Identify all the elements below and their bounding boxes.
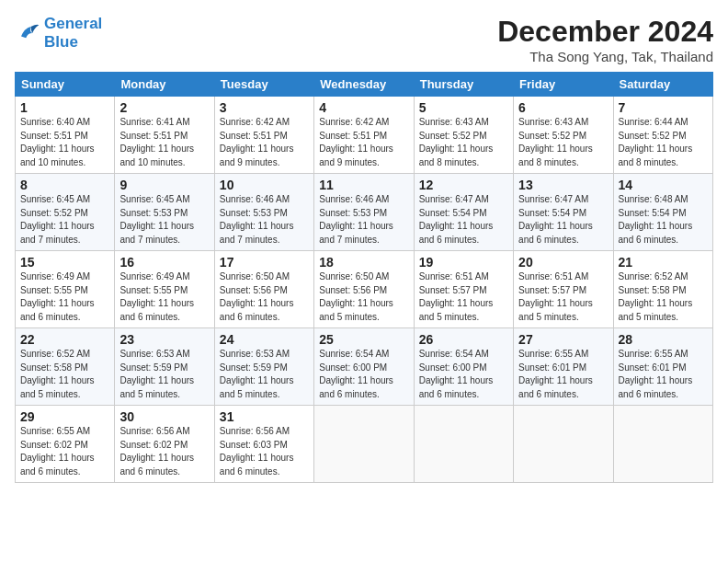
day-info: Sunrise: 6:48 AMSunset: 5:54 PMDaylight:…: [619, 193, 708, 247]
day-number: 2: [119, 100, 209, 115]
day-info: Sunrise: 6:44 AMSunset: 5:52 PMDaylight:…: [619, 116, 708, 169]
col-monday: Monday: [115, 73, 214, 97]
day-number: 20: [518, 255, 608, 270]
table-row: 26Sunrise: 6:54 AMSunset: 6:00 PMDayligh…: [414, 328, 513, 406]
table-row: 14Sunrise: 6:48 AMSunset: 5:54 PMDayligh…: [613, 174, 712, 251]
table-row: 4Sunrise: 6:42 AMSunset: 5:51 PMDaylight…: [314, 97, 414, 174]
day-number: 8: [20, 178, 109, 192]
day-number: 7: [619, 100, 708, 115]
day-number: 15: [20, 255, 109, 270]
logo-icon: [15, 20, 40, 46]
day-info: Sunrise: 6:51 AMSunset: 5:57 PMDaylight:…: [518, 270, 608, 324]
day-number: 3: [220, 100, 309, 115]
day-number: 29: [20, 409, 109, 424]
day-number: 31: [220, 409, 309, 424]
day-info: Sunrise: 6:52 AMSunset: 5:58 PMDaylight:…: [20, 348, 109, 401]
table-row: 29Sunrise: 6:55 AMSunset: 6:02 PMDayligh…: [16, 406, 115, 483]
day-info: Sunrise: 6:55 AMSunset: 6:02 PMDaylight:…: [20, 425, 109, 478]
day-number: 22: [20, 332, 109, 347]
day-number: 16: [119, 255, 209, 270]
day-info: Sunrise: 6:43 AMSunset: 5:52 PMDaylight:…: [419, 116, 508, 169]
day-info: Sunrise: 6:52 AMSunset: 5:58 PMDaylight:…: [619, 270, 708, 324]
day-number: 17: [220, 255, 309, 270]
calendar-week-row: 15Sunrise: 6:49 AMSunset: 5:55 PMDayligh…: [16, 251, 713, 328]
day-number: 26: [419, 332, 508, 347]
day-info: Sunrise: 6:54 AMSunset: 6:00 PMDaylight:…: [419, 348, 508, 401]
day-info: Sunrise: 6:56 AMSunset: 6:02 PMDaylight:…: [119, 425, 209, 478]
day-number: 6: [518, 100, 608, 115]
day-info: Sunrise: 6:45 AMSunset: 5:52 PMDaylight:…: [20, 193, 109, 247]
table-row: 31Sunrise: 6:56 AMSunset: 6:03 PMDayligh…: [214, 406, 313, 483]
calendar-week-row: 29Sunrise: 6:55 AMSunset: 6:02 PMDayligh…: [16, 406, 713, 483]
day-info: Sunrise: 6:50 AMSunset: 5:56 PMDaylight:…: [319, 270, 408, 324]
table-row: [613, 406, 712, 483]
day-info: Sunrise: 6:56 AMSunset: 6:03 PMDaylight:…: [220, 425, 309, 478]
day-info: Sunrise: 6:49 AMSunset: 5:55 PMDaylight:…: [20, 270, 109, 324]
day-number: 5: [419, 100, 508, 115]
page-header: General Blue December 2024 Tha Song Yang…: [15, 15, 713, 64]
logo-text: General Blue: [44, 15, 102, 51]
table-row: 11Sunrise: 6:46 AMSunset: 5:53 PMDayligh…: [314, 174, 414, 251]
day-info: Sunrise: 6:46 AMSunset: 5:53 PMDaylight:…: [319, 193, 408, 247]
day-number: 13: [518, 178, 608, 192]
day-number: 24: [220, 332, 309, 347]
table-row: 23Sunrise: 6:53 AMSunset: 5:59 PMDayligh…: [115, 328, 214, 406]
day-info: Sunrise: 6:51 AMSunset: 5:57 PMDaylight:…: [419, 270, 508, 324]
day-info: Sunrise: 6:47 AMSunset: 5:54 PMDaylight:…: [518, 193, 608, 247]
table-row: 21Sunrise: 6:52 AMSunset: 5:58 PMDayligh…: [613, 251, 712, 328]
table-row: 8Sunrise: 6:45 AMSunset: 5:52 PMDaylight…: [16, 174, 115, 251]
location-title: Tha Song Yang, Tak, Thailand: [497, 49, 713, 64]
day-number: 28: [619, 332, 708, 347]
day-number: 21: [619, 255, 708, 270]
day-number: 19: [419, 255, 508, 270]
day-number: 14: [619, 178, 708, 192]
day-info: Sunrise: 6:47 AMSunset: 5:54 PMDaylight:…: [419, 193, 508, 247]
col-saturday: Saturday: [613, 73, 712, 97]
day-info: Sunrise: 6:46 AMSunset: 5:53 PMDaylight:…: [220, 193, 309, 247]
table-row: 28Sunrise: 6:55 AMSunset: 6:01 PMDayligh…: [613, 328, 712, 406]
day-number: 18: [319, 255, 408, 270]
day-info: Sunrise: 6:49 AMSunset: 5:55 PMDaylight:…: [119, 270, 209, 324]
day-number: 27: [518, 332, 608, 347]
table-row: 6Sunrise: 6:43 AMSunset: 5:52 PMDaylight…: [514, 97, 613, 174]
day-number: 30: [119, 409, 209, 424]
table-row: 7Sunrise: 6:44 AMSunset: 5:52 PMDaylight…: [613, 97, 712, 174]
day-info: Sunrise: 6:50 AMSunset: 5:56 PMDaylight:…: [220, 270, 309, 324]
col-friday: Friday: [514, 73, 613, 97]
table-row: 5Sunrise: 6:43 AMSunset: 5:52 PMDaylight…: [414, 97, 513, 174]
table-row: 27Sunrise: 6:55 AMSunset: 6:01 PMDayligh…: [514, 328, 613, 406]
day-number: 12: [419, 178, 508, 192]
table-row: 22Sunrise: 6:52 AMSunset: 5:58 PMDayligh…: [16, 328, 115, 406]
table-row: 2Sunrise: 6:41 AMSunset: 5:51 PMDaylight…: [115, 97, 214, 174]
table-row: 1Sunrise: 6:40 AMSunset: 5:51 PMDaylight…: [16, 97, 115, 174]
table-row: 15Sunrise: 6:49 AMSunset: 5:55 PMDayligh…: [16, 251, 115, 328]
title-block: December 2024 Tha Song Yang, Tak, Thaila…: [497, 15, 713, 64]
day-number: 4: [319, 100, 408, 115]
day-number: 23: [119, 332, 209, 347]
calendar-header-row: Sunday Monday Tuesday Wednesday Thursday…: [16, 73, 713, 97]
table-row: 16Sunrise: 6:49 AMSunset: 5:55 PMDayligh…: [115, 251, 214, 328]
day-info: Sunrise: 6:40 AMSunset: 5:51 PMDaylight:…: [20, 116, 109, 169]
table-row: [514, 406, 613, 483]
table-row: 12Sunrise: 6:47 AMSunset: 5:54 PMDayligh…: [414, 174, 513, 251]
table-row: 30Sunrise: 6:56 AMSunset: 6:02 PMDayligh…: [115, 406, 214, 483]
day-number: 10: [220, 178, 309, 192]
col-thursday: Thursday: [414, 73, 513, 97]
table-row: 13Sunrise: 6:47 AMSunset: 5:54 PMDayligh…: [514, 174, 613, 251]
table-row: 10Sunrise: 6:46 AMSunset: 5:53 PMDayligh…: [214, 174, 313, 251]
table-row: 9Sunrise: 6:45 AMSunset: 5:53 PMDaylight…: [115, 174, 214, 251]
day-info: Sunrise: 6:53 AMSunset: 5:59 PMDaylight:…: [220, 348, 309, 401]
table-row: [314, 406, 414, 483]
day-info: Sunrise: 6:55 AMSunset: 6:01 PMDaylight:…: [619, 348, 708, 401]
day-info: Sunrise: 6:42 AMSunset: 5:51 PMDaylight:…: [319, 116, 408, 169]
calendar-week-row: 8Sunrise: 6:45 AMSunset: 5:52 PMDaylight…: [16, 174, 713, 251]
calendar-week-row: 22Sunrise: 6:52 AMSunset: 5:58 PMDayligh…: [16, 328, 713, 406]
day-info: Sunrise: 6:43 AMSunset: 5:52 PMDaylight:…: [518, 116, 608, 169]
table-row: 25Sunrise: 6:54 AMSunset: 6:00 PMDayligh…: [314, 328, 414, 406]
table-row: 17Sunrise: 6:50 AMSunset: 5:56 PMDayligh…: [214, 251, 313, 328]
day-number: 11: [319, 178, 408, 192]
table-row: 24Sunrise: 6:53 AMSunset: 5:59 PMDayligh…: [214, 328, 313, 406]
calendar-week-row: 1Sunrise: 6:40 AMSunset: 5:51 PMDaylight…: [16, 97, 713, 174]
table-row: 3Sunrise: 6:42 AMSunset: 5:51 PMDaylight…: [214, 97, 313, 174]
day-info: Sunrise: 6:45 AMSunset: 5:53 PMDaylight:…: [119, 193, 209, 247]
